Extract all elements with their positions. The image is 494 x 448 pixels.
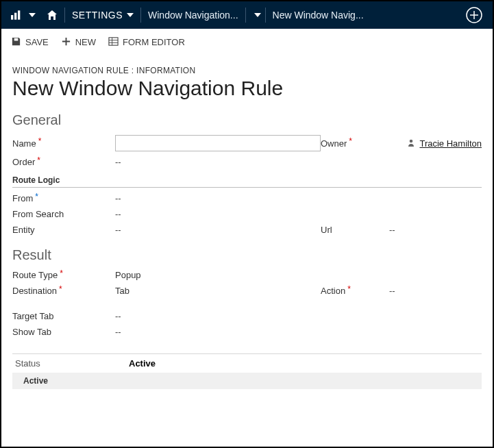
svg-rect-2	[18, 10, 20, 19]
settings-chevron-icon	[127, 9, 134, 21]
save-label: SAVE	[25, 37, 49, 47]
plus-icon	[61, 36, 71, 49]
required-icon: *	[349, 136, 352, 146]
home-button[interactable]	[41, 1, 63, 29]
form-editor-button[interactable]: FORM EDITOR	[108, 36, 185, 49]
field-name[interactable]	[115, 135, 321, 151]
label-destination: Destination*	[12, 286, 115, 296]
label-name: Name*	[12, 138, 115, 149]
status-sub[interactable]: Active	[12, 373, 482, 389]
route-logic-grid: From* -- From Search -- Entity -- Url --	[12, 193, 482, 235]
label-route-type: Route Type*	[12, 270, 115, 280]
svg-point-13	[410, 139, 413, 142]
nav-crumb-1[interactable]: Window Navigation...	[143, 1, 244, 29]
label-status: Status	[12, 358, 129, 369]
nav-separator	[265, 8, 266, 23]
svg-rect-9	[109, 37, 118, 45]
field-from-search[interactable]: --	[115, 209, 321, 219]
form-eyebrow: WINDOW NAVIGATION RULE : INFORMATION	[12, 66, 482, 75]
field-show-tab[interactable]: --	[115, 327, 321, 337]
field-target-tab[interactable]: --	[115, 311, 321, 321]
label-target-tab: Target Tab	[12, 311, 115, 321]
required-icon: *	[37, 155, 40, 165]
logo-chevron-icon	[29, 9, 36, 21]
new-button[interactable]: NEW	[61, 36, 96, 49]
new-label: NEW	[75, 37, 96, 47]
crumb1-label: Window Navigation...	[148, 10, 238, 21]
svg-rect-1	[14, 13, 16, 20]
field-from[interactable]: --	[115, 193, 321, 203]
nav-crumb-2[interactable]: New Window Navig...	[267, 1, 369, 29]
result-grid: Route Type* Popup Destination* Tab Actio…	[12, 270, 482, 337]
label-url: Url	[321, 225, 389, 235]
save-icon	[11, 36, 21, 49]
form-content: WINDOW NAVIGATION RULE : INFORMATION New…	[1, 56, 493, 389]
nav-separator	[64, 8, 65, 23]
label-show-tab: Show Tab	[12, 327, 115, 337]
svg-marker-3	[29, 13, 36, 17]
svg-marker-5	[254, 13, 261, 17]
field-order[interactable]: --	[115, 157, 321, 167]
nav-crumb-1-chevron[interactable]	[247, 1, 264, 29]
crumb-chevron-icon	[254, 9, 261, 21]
section-route-logic-header[interactable]: Route Logic	[12, 175, 482, 188]
label-from-search: From Search	[12, 209, 115, 219]
required-icon: *	[60, 269, 63, 278]
required-icon: *	[347, 284, 351, 294]
top-navbar: SETTINGS Window Navigation... New Window…	[1, 1, 493, 29]
save-button[interactable]: SAVE	[11, 36, 49, 49]
owner-link[interactable]: Tracie Hamilton	[419, 138, 482, 149]
section-general-header[interactable]: General	[12, 112, 482, 128]
form-editor-icon	[108, 36, 119, 49]
app-logo[interactable]	[5, 1, 41, 29]
label-from: From*	[12, 193, 115, 203]
status-row: Status Active	[12, 353, 482, 369]
field-entity[interactable]: --	[115, 225, 321, 235]
nav-settings-label: SETTINGS	[72, 10, 123, 21]
general-grid: Name* Owner* Tracie Hamilton Order* --	[12, 135, 482, 167]
label-action: Action*	[321, 286, 389, 296]
svg-marker-4	[127, 13, 134, 17]
required-icon: *	[59, 284, 62, 294]
nav-separator	[245, 8, 246, 23]
nav-separator	[140, 8, 141, 23]
field-route-type[interactable]: Popup	[115, 270, 321, 280]
nav-settings[interactable]: SETTINGS	[66, 1, 139, 29]
label-entity: Entity	[12, 225, 115, 235]
person-icon	[407, 138, 415, 149]
field-destination[interactable]: Tab	[115, 286, 321, 296]
field-url[interactable]: --	[389, 225, 482, 235]
field-status[interactable]: Active	[129, 358, 482, 369]
field-owner[interactable]: Tracie Hamilton	[389, 138, 482, 149]
crumb2-label: New Window Navig...	[273, 10, 364, 21]
field-action[interactable]: --	[389, 286, 482, 296]
section-result-header[interactable]: Result	[12, 247, 482, 263]
page-title: New Window Navigation Rule	[12, 77, 482, 100]
label-owner: Owner*	[321, 138, 389, 149]
recommended-icon: *	[35, 192, 38, 201]
svg-rect-0	[11, 15, 13, 20]
command-bar: SAVE NEW FORM EDITOR	[1, 29, 493, 56]
global-add-button[interactable]	[460, 1, 489, 29]
form-editor-label: FORM EDITOR	[123, 37, 185, 47]
required-icon: *	[38, 136, 42, 146]
label-order: Order*	[12, 157, 115, 167]
name-input[interactable]	[115, 135, 321, 151]
